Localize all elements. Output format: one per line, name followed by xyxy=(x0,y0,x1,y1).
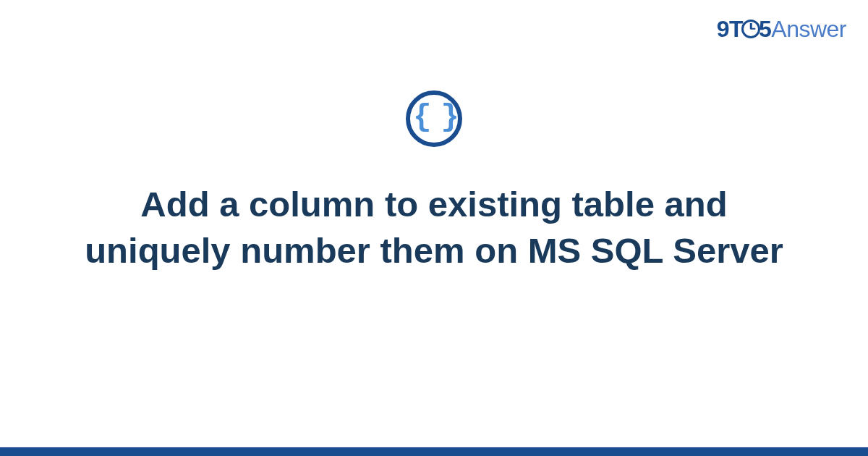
logo-text-9t: 9T xyxy=(717,16,743,42)
site-logo: 9T5Answer xyxy=(717,16,846,43)
clock-icon xyxy=(741,20,760,38)
page-title: Add a column to existing table and uniqu… xyxy=(54,182,814,274)
logo-text-5: 5 xyxy=(759,16,771,42)
footer-accent-bar xyxy=(0,447,868,456)
code-braces-icon: { } xyxy=(413,102,455,132)
logo-text-answer: Answer xyxy=(771,16,846,42)
category-icon-circle: { } xyxy=(406,90,462,147)
main-content: { } Add a column to existing table and u… xyxy=(0,90,868,274)
